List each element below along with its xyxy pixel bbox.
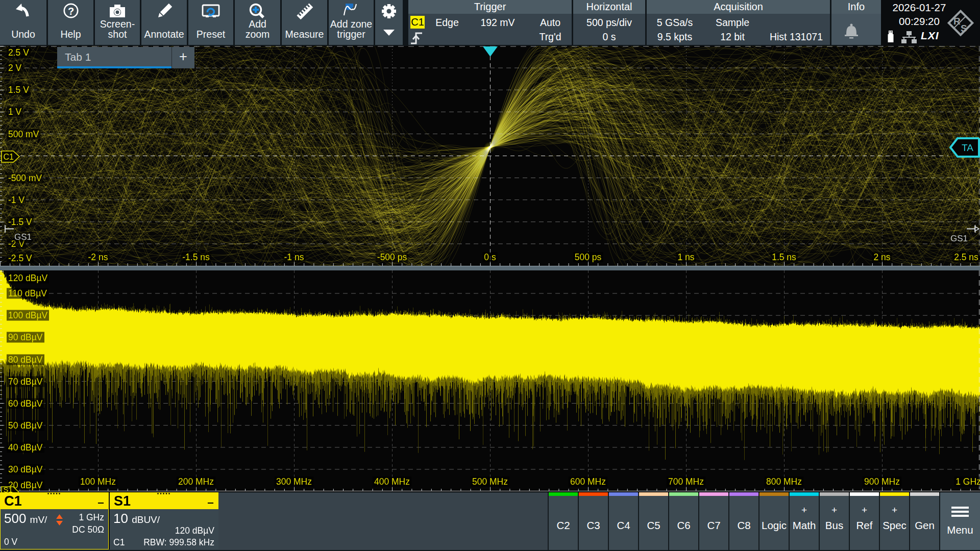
- svg-text:C1: C1: [4, 153, 14, 161]
- svg-text:?: ?: [67, 6, 74, 17]
- svg-text:TA: TA: [962, 142, 973, 153]
- svg-text:S: S: [961, 23, 967, 34]
- svg-text:S1: S1: [4, 486, 13, 492]
